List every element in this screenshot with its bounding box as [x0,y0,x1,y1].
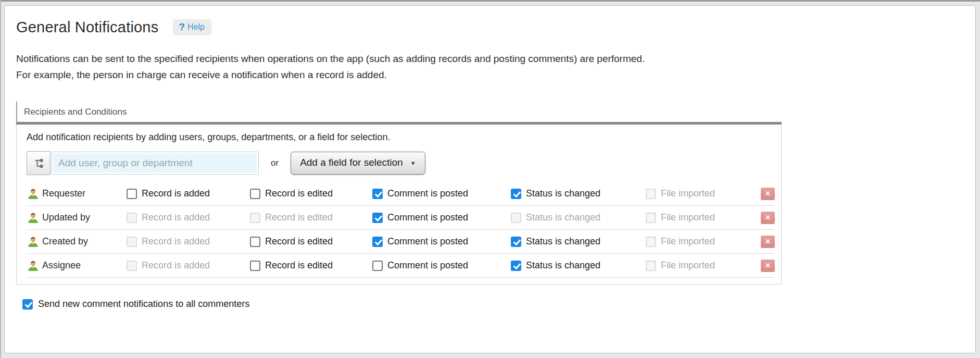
page-edge-top [0,0,980,2]
recipients-and-conditions-panel: Recipients and Conditions Add notificati… [16,102,782,285]
condition-label: File imported [661,212,715,223]
delete-recipient-button[interactable]: ✕ [761,212,775,224]
panel-title: Recipients and Conditions [24,107,127,117]
delete-cell: ✕ [750,188,775,200]
condition-record-is-edited: Record is edited [250,212,372,223]
delete-recipient-button[interactable]: ✕ [761,236,775,248]
condition-label: Record is edited [265,260,333,271]
condition-label: Status is changed [526,212,600,223]
page-edge-left [0,0,1,358]
checkbox-checked-icon[interactable] [372,189,383,199]
delete-recipient-button[interactable]: ✕ [761,188,775,200]
checkbox-checked-icon[interactable] [372,213,383,223]
checkbox-icon [127,261,137,271]
condition-status-is-changed[interactable]: Status is changed [511,236,646,247]
help-button-label: Help [187,22,205,32]
condition-record-is-added: Record is added [127,212,250,223]
condition-comment-is-posted[interactable]: Comment is posted [372,212,511,223]
checkbox-icon[interactable] [250,261,260,271]
condition-record-is-added[interactable]: Record is added [127,188,250,199]
condition-label: Record is edited [265,212,333,223]
condition-label: Comment is posted [387,236,468,247]
checkbox-icon [646,189,656,199]
general-notifications-card: General Notifications ? Help Notificatio… [4,5,976,353]
condition-label: Record is edited [265,188,333,199]
panel-header: Recipients and Conditions [16,102,782,125]
condition-label: Record is added [142,236,210,247]
checkbox-icon[interactable] [127,189,137,199]
recipient-name: Created by [42,236,88,247]
user-avatar-icon [27,188,39,200]
commenters-option-row[interactable]: Send new comment notifications to all co… [22,299,963,310]
user-avatar-icon [27,212,39,224]
checkbox-icon [511,213,521,223]
recipient-name-cell: Created by [27,236,127,248]
recipient-row-updated-by: Updated by Record is addedRecord is edit… [27,206,775,230]
condition-label: Comment is posted [387,188,468,199]
condition-label: File imported [661,236,715,247]
user-avatar-icon [27,236,39,248]
checkbox-checked-icon[interactable] [372,237,383,247]
description-line-2: For example, the person in charge can re… [16,67,963,83]
recipient-row-requester: Requester Record is addedRecord is edite… [27,182,775,206]
condition-comment-is-posted[interactable]: Comment is posted [372,260,511,271]
delete-recipient-button[interactable]: ✕ [761,260,775,272]
organization-browse-button[interactable] [27,151,51,175]
condition-file-imported: File imported [646,260,750,271]
checkbox-icon [646,237,656,247]
condition-record-is-edited[interactable]: Record is edited [250,188,372,199]
recipient-name-cell: Updated by [27,212,127,224]
user-avatar-icon [27,260,39,271]
chevron-down-icon: ▼ [410,159,416,166]
delete-cell: ✕ [750,236,775,248]
delete-cell: ✕ [750,260,775,272]
condition-comment-is-posted[interactable]: Comment is posted [372,236,511,247]
condition-record-is-added: Record is added [127,260,250,271]
condition-status-is-changed[interactable]: Status is changed [511,260,646,271]
condition-label: Status is changed [526,188,600,199]
condition-record-is-added: Record is added [127,236,250,247]
condition-file-imported: File imported [646,236,750,247]
condition-label: Comment is posted [387,260,468,271]
condition-label: File imported [661,188,715,199]
help-button[interactable]: ? Help [173,19,211,35]
add-field-button-label: Add a field for selection [300,157,403,168]
checkbox-checked-icon[interactable] [511,261,521,271]
or-label: or [271,158,279,168]
condition-status-is-changed[interactable]: Status is changed [511,188,646,199]
checkbox-icon [250,213,260,223]
condition-label: Status is changed [526,260,600,271]
send-to-all-commenters-checkbox[interactable] [22,299,33,310]
description-line-1: Notifications can be sent to the specifi… [16,51,963,67]
condition-record-is-edited[interactable]: Record is edited [250,236,372,247]
checkbox-icon[interactable] [250,189,260,199]
condition-record-is-edited[interactable]: Record is edited [250,260,372,271]
condition-label: Comment is posted [387,212,468,223]
checkbox-checked-icon[interactable] [511,189,521,199]
checkbox-icon[interactable] [250,237,260,247]
recipient-name: Requester [42,188,85,199]
condition-label: Record is edited [265,236,333,247]
recipient-name: Updated by [42,212,90,223]
checkbox-icon [127,213,137,223]
add-field-for-selection-button[interactable]: Add a field for selection ▼ [291,152,425,175]
delete-cell: ✕ [750,212,775,224]
condition-label: Status is changed [526,236,600,247]
recipient-rows: Requester Record is addedRecord is edite… [27,182,775,278]
recipient-name-cell: Assignee [27,260,127,271]
panel-body: Add notification recipients by adding us… [16,125,782,285]
checkbox-checked-icon[interactable] [511,237,521,247]
recipient-picker-row: or Add a field for selection ▼ [27,151,775,175]
recipient-name-cell: Requester [27,188,127,200]
recipient-search-input[interactable] [52,152,259,175]
panel-instruction: Add notification recipients by adding us… [27,132,775,143]
condition-comment-is-posted[interactable]: Comment is posted [372,188,511,199]
condition-file-imported: File imported [646,212,750,223]
checkbox-icon [646,213,656,223]
checkbox-icon [646,261,656,271]
checkbox-icon[interactable] [372,261,383,271]
send-to-all-commenters-label: Send new comment notifications to all co… [38,299,249,310]
header: General Notifications ? Help [16,16,963,38]
recipient-row-assignee: Assignee Record is addedRecord is edited… [27,254,775,278]
condition-label: File imported [661,260,715,271]
